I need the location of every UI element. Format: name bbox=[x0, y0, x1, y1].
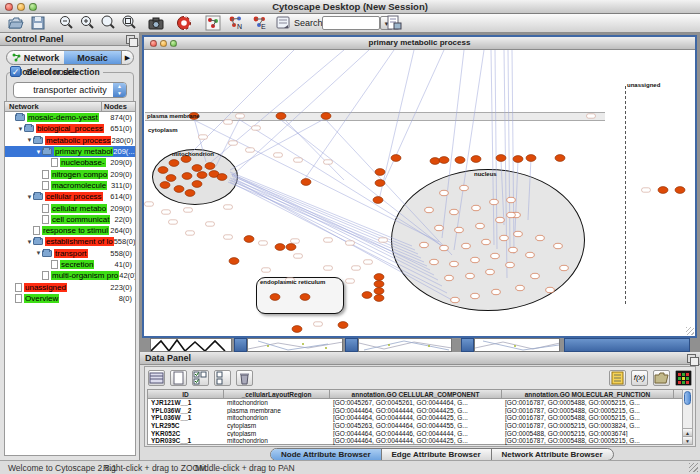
table-cell[interactable]: [GO:0045263, GO:0044464, GO:0044455, G..… bbox=[330, 422, 502, 430]
frame-minimize-button[interactable] bbox=[160, 40, 167, 47]
graph-node-small[interactable] bbox=[450, 261, 459, 266]
table-row[interactable]: YDR039C__1mitochondrion[GO:0044464, GO:0… bbox=[148, 437, 686, 445]
select-attributes-icon[interactable] bbox=[192, 370, 209, 386]
graph-node-small[interactable] bbox=[509, 247, 518, 252]
graph-node-small[interactable] bbox=[496, 217, 505, 222]
table-cell[interactable]: [GO:0044464, GO:0044446, GO:0044444, G..… bbox=[330, 430, 502, 438]
graph-node[interactable] bbox=[174, 186, 184, 193]
expand-arrow-icon[interactable]: ▼ bbox=[26, 239, 33, 245]
graph-node-small[interactable] bbox=[536, 235, 545, 240]
table-cell[interactable]: [GO:0044464, GO:0044444, GO:0044425, G..… bbox=[330, 414, 502, 422]
search-input[interactable] bbox=[322, 16, 380, 30]
col-cellular-layout-region[interactable]: _cellularLayoutRegion bbox=[224, 390, 330, 398]
zoom-in-icon[interactable] bbox=[79, 15, 95, 31]
table-cell[interactable]: YLR295C bbox=[148, 422, 224, 430]
table-cell[interactable]: YPL036W__1 bbox=[148, 414, 224, 422]
graph-node-small[interactable] bbox=[476, 223, 485, 228]
background-frame-fragment[interactable] bbox=[345, 338, 358, 352]
tree-col-network[interactable]: Network bbox=[5, 102, 101, 111]
col-id[interactable]: ID bbox=[148, 390, 224, 398]
table-cell[interactable]: [GO:0044464, GO:0044444, GO:0044425, G..… bbox=[330, 437, 502, 445]
background-frame-fragment[interactable] bbox=[247, 338, 343, 352]
graph-node-small[interactable] bbox=[516, 285, 525, 290]
scroll-down-button[interactable]: ▼ bbox=[683, 436, 692, 444]
save-icon[interactable] bbox=[30, 15, 46, 31]
graph-node[interactable] bbox=[166, 175, 176, 182]
table-cell[interactable]: plasma membrane bbox=[224, 407, 330, 415]
table-cell[interactable]: [GO:0016787, GO:0005488, GO:0005215, G..… bbox=[502, 407, 674, 415]
graph-node-small[interactable] bbox=[462, 243, 471, 248]
tree-row[interactable]: multi-organism pro42(0) bbox=[5, 270, 135, 281]
graph-node[interactable] bbox=[375, 169, 385, 176]
scroll-up-button[interactable]: ▲ bbox=[683, 428, 692, 436]
graph-node-small[interactable] bbox=[450, 209, 459, 214]
tree-row[interactable]: ▼biological_process651(0) bbox=[5, 123, 135, 134]
graph-node-small[interactable] bbox=[546, 287, 555, 292]
graph-node[interactable] bbox=[391, 155, 401, 162]
tree-row[interactable]: cell communicat22(0) bbox=[5, 214, 135, 225]
graph-node[interactable] bbox=[374, 288, 384, 295]
graph-node[interactable] bbox=[374, 295, 384, 302]
zoom-button[interactable] bbox=[29, 3, 37, 11]
graph-node[interactable] bbox=[270, 294, 280, 301]
graph-node[interactable] bbox=[276, 113, 286, 120]
graph-node-small[interactable] bbox=[425, 207, 434, 212]
close-button[interactable] bbox=[5, 3, 13, 11]
graph-node[interactable] bbox=[185, 190, 195, 197]
graph-node-small[interactable] bbox=[471, 293, 480, 298]
table-cell[interactable]: mitochondrion bbox=[224, 437, 330, 445]
graph-node[interactable] bbox=[182, 173, 192, 180]
background-frame-fragment[interactable] bbox=[474, 338, 560, 352]
graph-node[interactable] bbox=[374, 281, 384, 288]
tab-mosaic[interactable]: Mosaic bbox=[64, 51, 121, 64]
graph-node[interactable] bbox=[374, 274, 384, 281]
graph-node-small[interactable] bbox=[466, 273, 475, 278]
color-attribute-dropdown[interactable]: transporter activity ▲▼ bbox=[13, 82, 127, 98]
frame-resize-grip[interactable] bbox=[686, 327, 694, 335]
tree-row[interactable]: macromolecule311(0) bbox=[5, 180, 135, 191]
expand-arrow-icon[interactable]: ▼ bbox=[26, 137, 33, 143]
graph-node[interactable] bbox=[292, 326, 302, 333]
graph-node-small[interactable] bbox=[472, 205, 481, 210]
graph-node[interactable] bbox=[373, 197, 383, 204]
table-cell[interactable]: YJR121W__1 bbox=[148, 399, 224, 407]
frame-close-button[interactable] bbox=[150, 40, 157, 47]
table-cell[interactable]: cytoplasm bbox=[224, 430, 330, 438]
graph-node[interactable] bbox=[321, 113, 331, 120]
graph-node-small[interactable] bbox=[492, 289, 501, 294]
select-nodes-checkbox[interactable]: ✓ bbox=[10, 66, 21, 77]
background-frame-fragment[interactable] bbox=[461, 338, 474, 352]
tree-row[interactable]: ▼establishment of lo558(0) bbox=[5, 236, 135, 247]
tree-row[interactable]: Overview8(0) bbox=[5, 293, 135, 304]
zoom-selected-region-icon[interactable] bbox=[100, 15, 116, 31]
graph-node-small[interactable] bbox=[514, 231, 523, 236]
snapshot-icon[interactable] bbox=[148, 15, 164, 31]
graph-node[interactable] bbox=[375, 180, 385, 187]
delete-attribute-icon[interactable] bbox=[236, 370, 253, 386]
formula-builder-icon[interactable]: f(x) bbox=[631, 370, 648, 386]
graph-node[interactable] bbox=[244, 236, 254, 243]
graph-node[interactable] bbox=[160, 182, 170, 189]
frame-zoom-button[interactable] bbox=[170, 40, 177, 47]
graph-node[interactable] bbox=[158, 167, 168, 174]
table-scrollbar[interactable]: ▲ ▼ bbox=[682, 389, 693, 445]
graph-node[interactable] bbox=[496, 155, 506, 162]
graph-node[interactable] bbox=[169, 160, 179, 167]
col-go-cellular-component[interactable]: annotation.GO CELLULAR_COMPONENT bbox=[330, 390, 502, 398]
expand-arrow-icon[interactable]: ▼ bbox=[26, 194, 33, 200]
expand-arrow-icon[interactable]: ▼ bbox=[17, 126, 24, 132]
graph-node-small[interactable] bbox=[560, 265, 569, 270]
table-cell[interactable]: mitochondrion bbox=[224, 399, 330, 407]
graph-node-small[interactable] bbox=[491, 253, 500, 258]
graph-node[interactable] bbox=[430, 158, 440, 165]
graph-node-small[interactable] bbox=[471, 257, 480, 262]
graph-node-small[interactable] bbox=[420, 242, 429, 247]
unselect-attributes-icon[interactable] bbox=[214, 370, 231, 386]
table-row[interactable]: YJR121W__1mitochondrion[GO:0045267, GO:0… bbox=[148, 399, 686, 407]
tree-row[interactable]: ▼transport558(0) bbox=[5, 248, 135, 259]
graph-node-small[interactable] bbox=[440, 190, 449, 195]
graph-node-small[interactable] bbox=[451, 297, 460, 302]
open-file-icon[interactable] bbox=[8, 15, 24, 31]
graph-node[interactable] bbox=[526, 155, 536, 162]
attribute-list-icon[interactable] bbox=[609, 370, 626, 386]
